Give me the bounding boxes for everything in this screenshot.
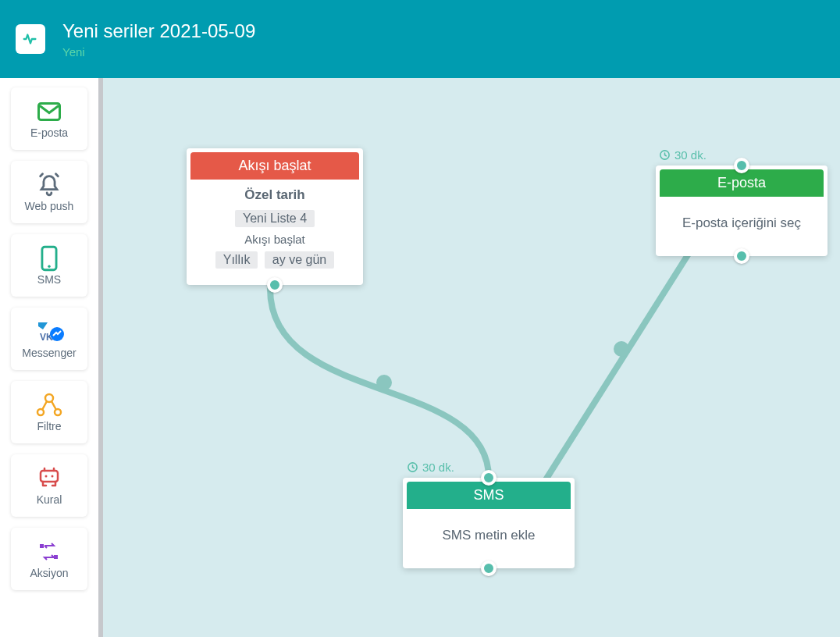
delay-badge-sms[interactable]: 30 dk. [407, 461, 454, 474]
tool-label: Filtre [37, 421, 61, 432]
tag-monthday: ay ve gün [265, 251, 334, 269]
node-body: E-posta içeriğini seç [656, 197, 828, 256]
tool-filter[interactable]: Filtre [11, 381, 87, 443]
node-email-body: E-posta içeriğini seç [665, 205, 818, 242]
svg-point-13 [376, 375, 392, 390]
bell-icon [36, 171, 62, 199]
page-status: Yeni [62, 45, 255, 59]
node-header: SMS [407, 482, 571, 509]
tool-sidebar: E-posta Web push SMS VK Mess [0, 78, 98, 637]
port-in[interactable] [734, 158, 749, 173]
tool-label: Kural [37, 494, 62, 506]
port-out[interactable] [734, 248, 749, 264]
app-header: Yeni seriler 2021-05-09 Yeni [0, 0, 840, 78]
phone-icon [38, 244, 60, 272]
node-header: Akışı başlat [190, 152, 359, 180]
svg-point-5 [45, 394, 53, 402]
node-start-title: Özel tarih [196, 187, 354, 203]
svg-point-2 [48, 265, 50, 268]
port-out[interactable] [481, 560, 497, 576]
node-sms[interactable]: SMS SMS metin ekle [403, 478, 575, 568]
svg-point-10 [52, 475, 54, 478]
node-start-subtitle: Akışı başlat [196, 233, 354, 246]
tool-label: Web push [25, 201, 74, 212]
action-icon [37, 538, 62, 566]
node-sms-body: SMS metin ekle [412, 517, 565, 554]
tool-webpush[interactable]: Web push [11, 161, 87, 223]
node-body: Özel tarih Yeni Liste 4 Akışı başlat Yıl… [187, 180, 363, 285]
tool-label: Aksiyon [30, 568, 68, 579]
tool-email[interactable]: E-posta [11, 87, 87, 150]
tool-rule[interactable]: Kural [11, 454, 87, 517]
tool-messenger[interactable]: VK Messenger [11, 308, 87, 370]
clock-icon [659, 149, 671, 161]
port-in[interactable] [481, 470, 497, 486]
svg-point-14 [614, 341, 629, 357]
flow-canvas[interactable]: Akışı başlat Özel tarih Yeni Liste 4 Akı… [98, 78, 840, 637]
node-header: E-posta [660, 169, 824, 197]
svg-rect-8 [41, 471, 58, 482]
tool-label: Messenger [22, 347, 76, 359]
clock-icon [407, 461, 418, 473]
node-start[interactable]: Akışı başlat Özel tarih Yeni Liste 4 Akı… [187, 148, 363, 285]
filter-icon [34, 391, 65, 419]
port-out[interactable] [267, 277, 283, 293]
rule-icon [36, 464, 62, 493]
node-email[interactable]: E-posta E-posta içeriğini seç [656, 165, 828, 256]
svg-rect-12 [54, 555, 58, 559]
tool-label: SMS [37, 274, 61, 286]
delay-badge-email[interactable]: 30 dk. [659, 148, 707, 162]
svg-rect-11 [40, 544, 44, 548]
tool-label: E-posta [30, 127, 68, 139]
tool-sms[interactable]: SMS [11, 234, 87, 297]
canvas-edge [98, 78, 103, 637]
email-icon [35, 98, 63, 126]
messenger-icon: VK [32, 318, 66, 346]
svg-point-9 [45, 475, 48, 478]
node-body: SMS metin ekle [403, 509, 575, 568]
tool-action[interactable]: Aksiyon [11, 528, 87, 590]
tag-list: Yeni Liste 4 [235, 210, 315, 227]
app-logo-icon [16, 24, 45, 54]
tag-yearly: Yıllık [215, 251, 258, 269]
page-title: Yeni seriler 2021-05-09 [62, 20, 255, 42]
